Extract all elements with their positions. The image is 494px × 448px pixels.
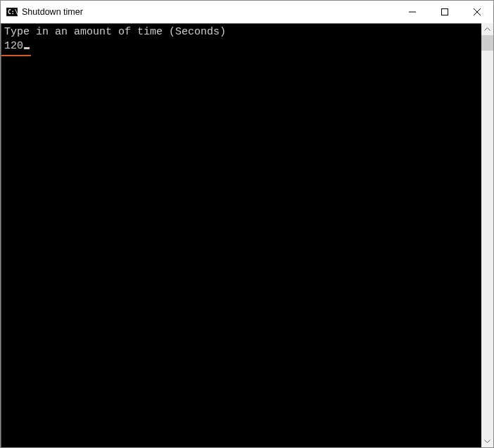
window-controls: [396, 1, 493, 23]
cursor-icon: [24, 47, 30, 49]
cmd-icon: C:\: [6, 6, 18, 18]
close-icon: [474, 8, 481, 15]
maximize-icon: [441, 8, 448, 15]
maximize-button[interactable]: [429, 1, 461, 23]
svg-rect-3: [442, 9, 448, 15]
console-prompt-line: Type in an amount of time (Seconds): [4, 25, 479, 39]
annotation-underline: [1, 55, 31, 56]
vertical-scrollbar[interactable]: [481, 23, 493, 447]
app-window: C:\ Shutdown timer: [0, 0, 494, 448]
minimize-icon: [409, 8, 416, 15]
svg-text:C:\: C:\: [8, 9, 18, 15]
scroll-down-button[interactable]: [481, 435, 493, 447]
minimize-button[interactable]: [396, 1, 429, 23]
close-button[interactable]: [461, 1, 493, 23]
console-area[interactable]: Type in an amount of time (Seconds) 120: [1, 23, 481, 447]
console-input-line: 120: [4, 39, 479, 53]
chevron-down-icon: [484, 440, 490, 443]
console-input-value: 120: [4, 40, 23, 52]
window-title: Shutdown timer: [22, 7, 396, 17]
scroll-up-button[interactable]: [481, 23, 493, 35]
scroll-thumb[interactable]: [481, 35, 493, 51]
titlebar[interactable]: C:\ Shutdown timer: [1, 1, 493, 23]
chevron-up-icon: [484, 27, 490, 31]
scroll-track[interactable]: [481, 35, 493, 435]
content-area: Type in an amount of time (Seconds) 120: [1, 23, 493, 447]
